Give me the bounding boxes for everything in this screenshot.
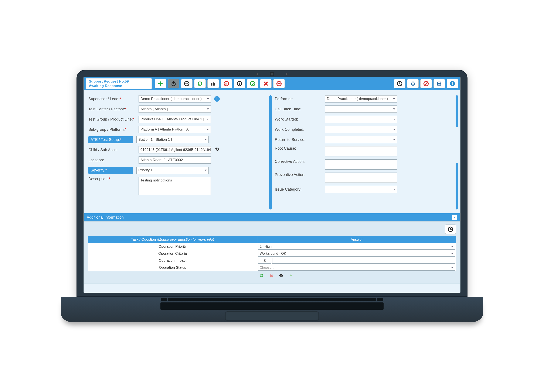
location-field[interactable]: Atlanta Room 2 | ATE0002 [139,156,211,164]
band-collapse-button[interactable]: ▵ [452,215,457,220]
pause-button[interactable] [221,79,232,88]
svg-rect-21 [438,84,441,85]
reject-button[interactable] [260,79,272,88]
performer-label: Performer: [275,97,321,101]
th-task: Task / Question (Mouse over question for… [88,236,257,243]
supervisor-label: Supervisor / Lead:* [89,97,135,101]
right-scroll-bottom[interactable] [455,163,458,209]
table-row: Operation Status Choose... [88,264,456,271]
svg-point-5 [224,81,229,86]
severity-label: Severity:* [89,167,133,174]
svg-text:?: ? [451,81,454,86]
form-left-column: Supervisor / Lead:* Demo Practitioner ( … [89,95,269,210]
svg-text:S: S [238,82,240,85]
svg-rect-6 [226,83,226,85]
ticket-status: Awaiting Response [89,84,149,88]
issuecat-select[interactable] [325,186,397,193]
description-label: Description:* [89,177,135,181]
rootcause-field[interactable] [325,146,397,156]
location-label: Location: [89,158,135,162]
group-label: Test Group / Product Line:* [89,117,135,122]
rootcause-label: Root Cause: [275,146,321,151]
subgroup-select[interactable]: Platform A [ Atlanta Platform A ] [139,126,211,133]
table-row: Operation Criteria Workaround - OK [88,250,456,257]
q-operation-impact: Operation Impact [88,257,257,264]
answer-criteria-select[interactable]: Workaround - OK [258,251,455,257]
print-button[interactable] [407,79,419,88]
svg-point-4 [187,83,188,84]
ate-select[interactable]: Station 1 [ Station 1 ] [136,136,209,143]
row-delete-icon[interactable]: ✖ [269,273,274,279]
refresh-button[interactable] [194,79,206,88]
severity-select[interactable]: Priority 1 [136,167,209,174]
svg-line-18 [425,82,428,85]
deny-button[interactable] [273,79,285,88]
q-operation-status: Operation Status [88,264,257,271]
svg-rect-7 [226,83,227,85]
return-label: Return to Service: [275,138,321,142]
impact-amount-input[interactable] [272,258,455,264]
q-operation-priority: Operation Priority [88,243,257,250]
approve-button[interactable] [247,79,258,88]
group-select[interactable]: Product Line 1 [ Atlanta Product Line 1 … [139,116,211,123]
answer-priority-select[interactable]: 2 - High [258,244,455,250]
additional-info-body: Task / Question (Mouse over question for… [84,221,460,284]
toolbar-right: ? [394,78,458,89]
corrective-label: Corrective Action: [275,159,321,164]
additional-history-button[interactable] [445,225,456,234]
currency-symbol: $ [258,258,271,264]
help-button[interactable]: ? [447,79,458,88]
th-answer: Answer [257,236,456,243]
form-right-column: Performer: Demo Practitioner ( demopract… [275,95,455,210]
answer-status-select[interactable]: Choose... [258,265,455,271]
additional-info-title: Additional Information [87,215,124,220]
supervisor-select[interactable]: Demo Practitioner ( demopractitioner ) [139,95,211,103]
svg-rect-20 [438,82,441,83]
svg-rect-16 [412,84,414,85]
svg-point-2 [185,83,186,84]
app-screen: Support Request No.59 Awaiting Response [83,77,461,293]
additional-info-band: Additional Information ▵ [84,213,460,221]
save-button[interactable] [433,79,445,88]
center-select[interactable]: Atlanta [ Atlanta ] [139,105,211,113]
return-select[interactable] [325,136,397,143]
ate-label: ATE / Test Setup:* [89,136,133,143]
row-action-bar: ✖ [257,271,456,279]
laptop-bezel: Support Request No.59 Awaiting Response [77,70,467,297]
add-button[interactable] [155,79,166,88]
row-download-icon[interactable] [288,273,293,279]
toolbar-left: S [155,78,285,89]
preventive-label: Preventive Action: [275,173,321,177]
thumbsup-button[interactable] [207,79,219,88]
performer-select[interactable]: Demo Practitioner ( demopractitioner ) [325,95,397,103]
workstart-select[interactable] [325,116,397,123]
left-scroll-indicator[interactable] [269,95,272,209]
child-select[interactable]: 0109145 (01F861) Agilent 6236B 2140A1047… [139,146,211,153]
child-settings-icon[interactable] [214,147,220,153]
laptop-mockup: Support Request No.59 Awaiting Response [77,70,467,322]
timer-button[interactable] [168,79,179,88]
ticket-title: Support Request No.59 [89,79,149,84]
supervisor-info-icon[interactable]: i [214,96,220,102]
callback-select[interactable] [325,105,397,113]
callback-label: Call Back Time: [275,107,321,111]
workcomplete-select[interactable] [325,126,397,133]
right-scroll-top[interactable] [455,95,458,127]
cancel-button[interactable] [420,79,432,88]
cost-button[interactable]: S [234,79,245,88]
description-field[interactable]: Testing notifications [139,177,211,195]
issuecat-label: Issue Category: [275,187,321,192]
more-button[interactable] [181,79,193,88]
q-operation-criteria: Operation Criteria [88,250,257,257]
history-button[interactable] [394,79,405,88]
webcam-row [256,72,288,76]
corrective-field[interactable] [325,159,397,170]
row-upload-icon[interactable] [278,273,284,279]
svg-rect-15 [412,82,414,83]
row-refresh-icon[interactable] [259,273,264,279]
laptop-base [61,297,483,322]
app-header: Support Request No.59 Awaiting Response [84,77,460,90]
child-label: Child / Sub Asset: [89,148,135,152]
preventive-field[interactable] [325,173,397,183]
workcomplete-label: Work Completed: [275,127,321,132]
